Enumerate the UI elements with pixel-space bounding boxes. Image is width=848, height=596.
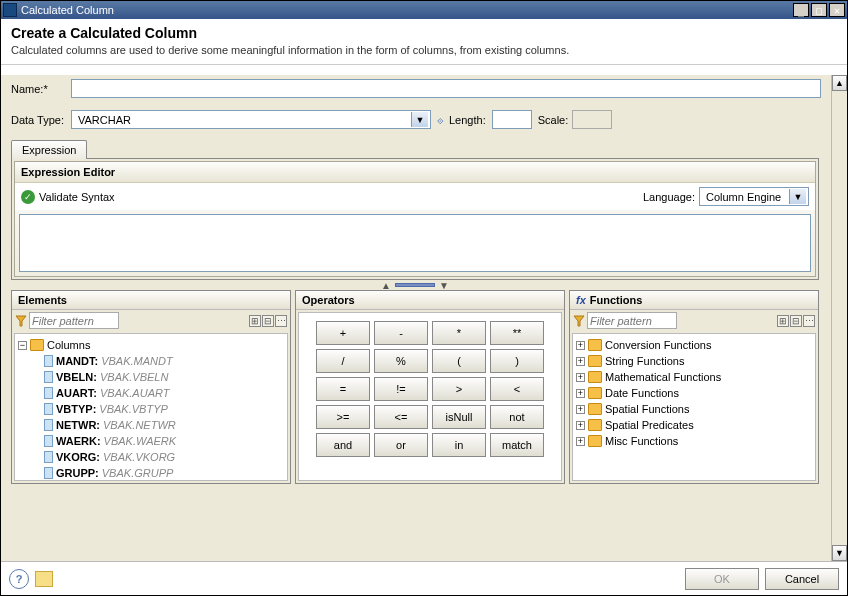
splitter-grip-icon[interactable] [395, 283, 435, 287]
expression-editor-group: Expression Editor ✓ Validate Syntax Lang… [14, 161, 816, 277]
expand-icon[interactable]: + [576, 373, 585, 382]
operator-button[interactable]: isNull [432, 405, 486, 429]
expand-icon[interactable]: + [576, 341, 585, 350]
function-category[interactable]: +Misc Functions [576, 433, 812, 449]
function-category[interactable]: +Spatial Functions [576, 401, 812, 417]
operator-button[interactable]: * [432, 321, 486, 345]
operator-button[interactable]: ( [432, 349, 486, 373]
collapse-icon[interactable]: − [18, 341, 27, 350]
dropdown-icon[interactable]: ▼ [411, 112, 428, 127]
operator-button[interactable]: / [316, 349, 370, 373]
validate-row: ✓ Validate Syntax Language: Column Engin… [15, 183, 815, 210]
expand-icon[interactable]: + [576, 437, 585, 446]
datatype-row: Data Type: VARCHAR ▼ ⟐ Length: Scale: [11, 110, 829, 129]
expand-icon[interactable]: + [576, 357, 585, 366]
column-icon [44, 467, 53, 479]
functions-filter-input[interactable] [587, 312, 677, 329]
function-category[interactable]: +Mathematical Functions [576, 369, 812, 385]
expression-textarea[interactable] [19, 214, 811, 272]
close-button[interactable]: ✕ [829, 3, 845, 17]
scale-input [572, 110, 612, 129]
function-category-label: Misc Functions [605, 433, 678, 449]
length-icon: ⟐ [437, 114, 449, 126]
collapse-all-button[interactable]: ⊟ [262, 315, 274, 327]
operator-button[interactable]: and [316, 433, 370, 457]
minimize-button[interactable]: _ [793, 3, 809, 17]
note-icon[interactable] [35, 571, 53, 587]
function-category[interactable]: +String Functions [576, 353, 812, 369]
operator-button[interactable]: - [374, 321, 428, 345]
view-menu-button[interactable]: ⋯ [275, 315, 287, 327]
operator-button[interactable]: ) [490, 349, 544, 373]
expand-all-button[interactable]: ⊞ [249, 315, 261, 327]
function-category-label: Spatial Functions [605, 401, 689, 417]
operators-body: +-***/%()=!=><>=<=isNullnotandorinmatch [298, 312, 562, 481]
operator-button[interactable]: not [490, 405, 544, 429]
validate-syntax-link[interactable]: Validate Syntax [39, 191, 115, 203]
operator-button[interactable]: < [490, 377, 544, 401]
length-input[interactable] [492, 110, 532, 129]
operator-button[interactable]: != [374, 377, 428, 401]
elements-filter-row: ⊞ ⊟ ⋯ [12, 310, 290, 331]
function-category[interactable]: +Spatial Predicates [576, 417, 812, 433]
column-icon [44, 387, 53, 399]
functions-title-label: Functions [590, 294, 643, 306]
datatype-label: Data Type: [11, 114, 71, 126]
tabs: Expression [11, 139, 829, 158]
column-item[interactable]: GRUPP: VBAK.GRUPP [18, 465, 284, 481]
column-item[interactable]: NETWR: VBAK.NETWR [18, 417, 284, 433]
view-menu-button[interactable]: ⋯ [803, 315, 815, 327]
operators-title: Operators [296, 291, 564, 310]
datatype-combo[interactable]: VARCHAR ▼ [71, 110, 431, 129]
operator-button[interactable]: > [432, 377, 486, 401]
column-item[interactable]: VBELN: VBAK.VBELN [18, 369, 284, 385]
name-input[interactable] [71, 79, 821, 98]
language-combo[interactable]: Column Engine ▼ [699, 187, 809, 206]
footer: ? OK Cancel [1, 561, 847, 595]
column-source: VBAK.VBELN [100, 369, 168, 385]
column-item[interactable]: VKORG: VBAK.VKORG [18, 449, 284, 465]
column-source: VBAK.AUART [100, 385, 170, 401]
operator-button[interactable]: or [374, 433, 428, 457]
fx-icon: fx [576, 294, 586, 306]
elements-tree: − Columns MANDT: VBAK.MANDTVBELN: VBAK.V… [14, 333, 288, 481]
collapse-down-icon[interactable]: ▼ [439, 280, 449, 291]
scroll-up-button[interactable]: ▲ [832, 75, 847, 91]
collapse-up-icon[interactable]: ▲ [381, 280, 391, 291]
tab-expression[interactable]: Expression [11, 140, 87, 159]
collapse-all-button[interactable]: ⊟ [790, 315, 802, 327]
column-item[interactable]: VBTYP: VBAK.VBTYP [18, 401, 284, 417]
column-name: VBELN: [56, 369, 97, 385]
elements-filter-input[interactable] [29, 312, 119, 329]
expand-all-button[interactable]: ⊞ [777, 315, 789, 327]
tree-root-columns[interactable]: − Columns [18, 337, 284, 353]
expand-icon[interactable]: + [576, 405, 585, 414]
expression-editor-title: Expression Editor [15, 162, 815, 183]
operator-button[interactable]: ** [490, 321, 544, 345]
operators-panel: Operators +-***/%()=!=><>=<=isNullnotand… [295, 290, 565, 484]
cancel-button[interactable]: Cancel [765, 568, 839, 590]
function-category[interactable]: +Conversion Functions [576, 337, 812, 353]
expand-icon[interactable]: + [576, 389, 585, 398]
svg-marker-1 [574, 316, 584, 326]
vertical-scrollbar[interactable]: ▲ ▼ [831, 75, 847, 561]
operator-button[interactable]: <= [374, 405, 428, 429]
operator-button[interactable]: match [490, 433, 544, 457]
splitter[interactable]: ▲ ▼ [1, 282, 829, 288]
column-item[interactable]: WAERK: VBAK.WAERK [18, 433, 284, 449]
help-button[interactable]: ? [9, 569, 29, 589]
ok-button[interactable]: OK [685, 568, 759, 590]
scroll-down-button[interactable]: ▼ [832, 545, 847, 561]
expand-icon[interactable]: + [576, 421, 585, 430]
function-category[interactable]: +Date Functions [576, 385, 812, 401]
column-item[interactable]: AUART: VBAK.AUART [18, 385, 284, 401]
operator-button[interactable]: >= [316, 405, 370, 429]
operator-button[interactable]: in [432, 433, 486, 457]
maximize-button[interactable]: □ [811, 3, 827, 17]
operator-button[interactable]: = [316, 377, 370, 401]
column-source: VBAK.WAERK [104, 433, 177, 449]
column-item[interactable]: MANDT: VBAK.MANDT [18, 353, 284, 369]
operator-button[interactable]: + [316, 321, 370, 345]
dropdown-icon[interactable]: ▼ [789, 189, 806, 204]
operator-button[interactable]: % [374, 349, 428, 373]
